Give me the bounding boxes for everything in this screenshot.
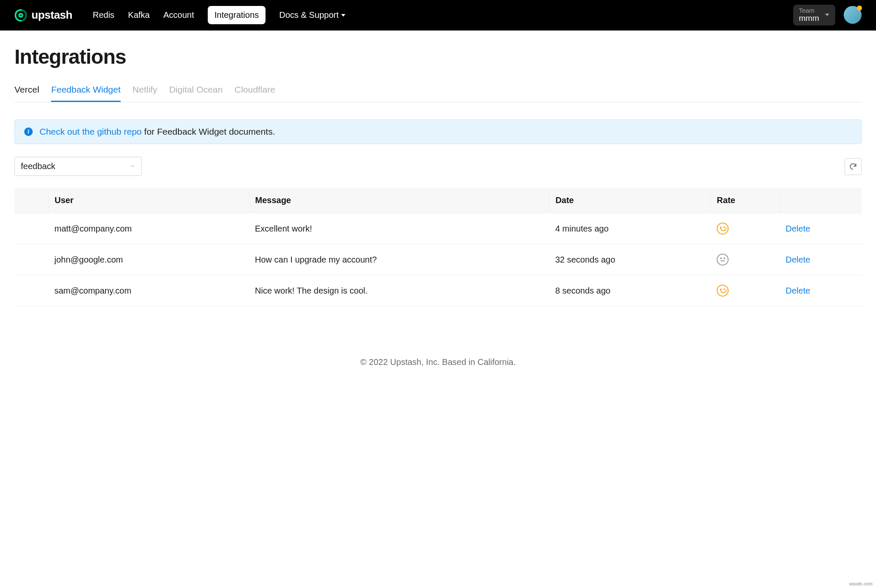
cell-user: matt@company.com [48,213,249,244]
integration-tabs: Vercel Feedback Widget Netlify Digital O… [14,80,862,102]
table-row: matt@company.com Excellent work! 4 minut… [14,213,862,244]
delete-button[interactable]: Delete [786,255,810,264]
feedback-table: User Message Date Rate matt@company.com … [14,188,862,306]
cell-message: How can I upgrade my account? [249,244,549,275]
nav-integrations[interactable]: Integrations [208,6,266,24]
table-header-lead [14,188,48,213]
team-label: Team [799,7,819,14]
nav-account[interactable]: Account [163,7,194,23]
info-repo-link[interactable]: Check out the github repo [40,127,142,136]
nav-redis[interactable]: Redis [93,7,114,23]
neutral-face-icon [717,254,729,266]
table-header-date: Date [549,188,711,213]
tab-vercel[interactable]: Vercel [14,80,39,102]
tab-digital-ocean[interactable]: Digital Ocean [169,80,223,102]
topbar: upstash Redis Kafka Account Integrations… [0,0,876,31]
cell-rate [711,275,780,306]
cell-message: Excellent work! [249,213,549,244]
logo-icon [14,9,27,22]
tab-cloudflare[interactable]: Cloudflare [235,80,275,102]
cell-action: Delete [780,213,862,244]
cell-user: john@google.com [48,244,249,275]
team-selector[interactable]: Team mmm [793,5,835,25]
nav-docs-support[interactable]: Docs & Support [279,7,345,23]
delete-button[interactable]: Delete [786,286,810,295]
delete-button[interactable]: Delete [786,224,810,233]
avatar[interactable] [844,6,862,24]
feedback-select[interactable]: feedback [14,157,142,176]
logo-text: upstash [31,8,72,22]
cell-date: 32 seconds ago [549,244,711,275]
team-name: mmm [799,14,819,23]
info-banner: i Check out the github repo for Feedback… [14,119,862,144]
cell-action: Delete [780,275,862,306]
happy-face-icon [717,285,729,297]
logo[interactable]: upstash [14,8,72,22]
table-row: john@google.com How can I upgrade my acc… [14,244,862,275]
happy-face-icon [717,223,729,235]
chevron-down-icon [130,161,136,171]
cell-date: 8 seconds ago [549,275,711,306]
notification-dot-icon [857,6,862,11]
cell-action: Delete [780,244,862,275]
caret-down-icon [825,14,829,16]
info-icon: i [24,127,33,136]
footer-text: © 2022 Upstash, Inc. Based in California… [14,306,862,376]
tab-netlify[interactable]: Netlify [133,80,157,102]
cell-user: sam@company.com [48,275,249,306]
table-row: sam@company.com Nice work! The design is… [14,275,862,306]
table-header-message: Message [249,188,549,213]
cell-rate [711,244,780,275]
info-rest-text: for Feedback Widget documents. [142,127,275,136]
refresh-button[interactable] [845,158,862,175]
cell-message: Nice work! The design is cool. [249,275,549,306]
cell-rate [711,213,780,244]
caret-down-icon [341,14,345,17]
refresh-icon [849,162,857,171]
topbar-right: Team mmm [793,5,862,25]
svg-point-0 [19,14,23,17]
table-header-user: User [48,188,249,213]
primary-nav: Redis Kafka Account Integrations Docs & … [93,6,345,24]
select-value: feedback [21,161,55,171]
table-header-action [780,188,862,213]
page-title: Integrations [14,45,862,68]
table-header-rate: Rate [711,188,780,213]
nav-kafka[interactable]: Kafka [128,7,150,23]
tab-feedback-widget[interactable]: Feedback Widget [51,80,120,102]
cell-date: 4 minutes ago [549,213,711,244]
